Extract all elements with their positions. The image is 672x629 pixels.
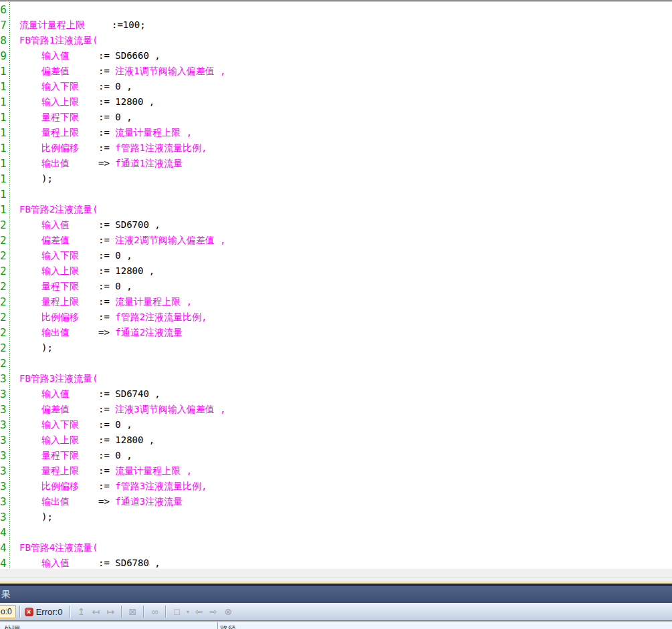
code-line[interactable]: 14量程上限:= 流量计量程上限 , xyxy=(0,125,672,140)
code-line[interactable]: 8FB管路1注液流量( xyxy=(0,33,672,48)
error-count-toggle[interactable]: × Error:0 xyxy=(23,607,67,617)
toolbar-separator xyxy=(19,606,20,618)
code-line[interactable]: 36量程上限:= 流量计量程上限 , xyxy=(0,463,672,479)
plc-ide-window: 67流量计量程上限:=100;8FB管路1注液流量(9输入值:= SD6660 … xyxy=(0,0,672,629)
code-line[interactable]: 22输入下限:= 0 , xyxy=(0,248,672,263)
line-number: 39 xyxy=(0,509,7,525)
next-message-icon[interactable]: ↦ xyxy=(104,605,117,618)
code-text: 流量计量程上限:=100; xyxy=(10,17,146,33)
navigate-back-icon[interactable]: ⇦ xyxy=(192,605,205,618)
line-number: 41 xyxy=(0,540,7,555)
line-number: 24 xyxy=(0,279,7,294)
code-text: 输入值:= SD6740 , xyxy=(10,386,160,402)
code-line[interactable]: 13量程下限:= 0 , xyxy=(0,110,672,125)
code-line[interactable]: 41FB管路4注液流量( xyxy=(0,540,672,555)
code-line[interactable]: 24量程下限:= 0 , xyxy=(0,279,672,294)
code-text: 输入上限:= 12800 , xyxy=(10,263,154,279)
info-count-label: o:0 xyxy=(1,607,12,616)
code-text: FB管路3注液流量( xyxy=(10,371,98,386)
toolbar-icons: ↥↤↦⊠∞□▾⇦⇨⊗ xyxy=(66,605,235,618)
code-text: 量程下限:= 0 , xyxy=(10,448,132,463)
code-line[interactable]: 9输入值:= SD6660 , xyxy=(0,48,672,64)
code-line[interactable]: 19FB管路2注液流量( xyxy=(0,202,672,217)
line-number: 27 xyxy=(0,325,7,340)
code-line[interactable]: 35量程下限:= 0 , xyxy=(0,448,672,463)
editor-scroll-gap xyxy=(0,569,672,581)
stop-icon[interactable]: ⊗ xyxy=(221,605,235,618)
code-line[interactable]: 21偏差值:= 注液2调节阀输入偏差值 , xyxy=(0,233,672,248)
code-text: 输出值=> f通道1注液流量 xyxy=(10,156,183,171)
line-number: 23 xyxy=(0,263,7,279)
line-number: 38 xyxy=(0,494,7,509)
code-line[interactable]: 16输出值=> f通道1注液流量 xyxy=(0,156,672,171)
code-text: 量程下限:= 0 , xyxy=(10,110,132,125)
line-number: 21 xyxy=(0,233,7,248)
line-number: 13 xyxy=(0,110,7,125)
clear-messages-icon[interactable]: ⊠ xyxy=(126,605,139,618)
line-number: 18 xyxy=(0,186,7,202)
results-panel-header[interactable]: 果 xyxy=(0,584,672,603)
line-number: 16 xyxy=(0,156,7,171)
code-line[interactable]: 29 xyxy=(0,356,672,371)
code-text: 输入下限:= 0 , xyxy=(10,79,132,94)
results-grid-row[interactable]: 处理 路径 xyxy=(0,622,672,629)
code-line[interactable]: 40 xyxy=(0,525,672,540)
line-number: 6 xyxy=(0,2,7,17)
code-line[interactable]: 10偏差值:= 注液1调节阀输入偏差值 , xyxy=(0,64,672,79)
code-line[interactable]: 18 xyxy=(0,186,672,202)
code-text: 偏差值:= 注液3调节阀输入偏差值 , xyxy=(10,402,226,417)
code-line[interactable]: 12输入上限:= 12800 , xyxy=(0,94,672,110)
line-number: 28 xyxy=(0,340,7,356)
code-text: 输入值:= SD6700 , xyxy=(10,217,160,233)
toolbar-separator xyxy=(165,606,166,618)
code-line[interactable]: 31输入值:= SD6740 , xyxy=(0,386,672,402)
code-text: 输入下限:= 0 , xyxy=(10,248,132,263)
gutter-divider xyxy=(9,2,10,569)
info-count-toggle[interactable]: o:0 xyxy=(0,605,16,618)
code-line[interactable]: 7流量计量程上限:=100; xyxy=(0,17,672,33)
code-line[interactable]: 37比例偏移:= f管路3注液流量比例, xyxy=(0,479,672,494)
line-number: 31 xyxy=(0,386,7,402)
navigate-forward-icon[interactable]: ⇨ xyxy=(207,605,220,618)
line-number: 42 xyxy=(0,555,7,569)
code-text: 偏差值:= 注液2调节阀输入偏差值 , xyxy=(10,233,226,248)
code-line[interactable]: 42输入值:= SD6780 , xyxy=(0,555,672,569)
code-line[interactable]: 6 xyxy=(0,2,672,17)
code-text: 输入下限:= 0 , xyxy=(10,417,132,432)
code-editor[interactable]: 67流量计量程上限:=100;8FB管路1注液流量(9输入值:= SD6660 … xyxy=(0,2,672,569)
code-line[interactable]: 33输入下限:= 0 , xyxy=(0,417,672,432)
code-line[interactable]: 20输入值:= SD6700 , xyxy=(0,217,672,233)
dropdown-caret-icon[interactable]: ▾ xyxy=(185,605,191,618)
code-text: FB管路2注液流量( xyxy=(10,202,98,217)
code-text: 输出值=> f通道3注液流量 xyxy=(10,494,183,509)
code-line[interactable]: 32偏差值:= 注液3调节阀输入偏差值 , xyxy=(0,402,672,417)
code-line[interactable]: 39); xyxy=(0,509,672,525)
error-icon: × xyxy=(25,608,33,616)
code-line[interactable]: 28); xyxy=(0,340,672,356)
code-line[interactable]: 17); xyxy=(0,171,672,186)
line-number: 7 xyxy=(0,17,7,33)
code-line[interactable]: 15比例偏移:= f管路1注液流量比例, xyxy=(0,140,672,156)
code-line[interactable]: 11输入下限:= 0 , xyxy=(0,79,672,94)
code-text: 比例偏移:= f管路3注液流量比例, xyxy=(10,479,207,494)
find-icon[interactable]: ∞ xyxy=(148,605,161,618)
grid-column-separator xyxy=(217,622,218,629)
code-text: 输入上限:= 12800 , xyxy=(10,94,154,110)
line-number: 9 xyxy=(0,48,7,64)
code-line[interactable]: 23输入上限:= 12800 , xyxy=(0,263,672,279)
code-line[interactable]: 30FB管路3注液流量( xyxy=(0,371,672,386)
toolbar-separator xyxy=(70,606,70,618)
code-line[interactable]: 34输入上限:= 12800 , xyxy=(0,432,672,448)
code-text: 输入值:= SD6660 , xyxy=(10,48,160,64)
code-line[interactable]: 27输出值=> f通道2注液流量 xyxy=(0,325,672,340)
output-window-icon[interactable]: □ xyxy=(170,605,183,618)
goto-first-message-icon[interactable]: ↥ xyxy=(74,605,88,618)
code-line[interactable]: 26比例偏移:= f管路2注液流量比例, xyxy=(0,309,672,325)
toolbar-separator xyxy=(121,606,122,618)
code-text: 输出值=> f通道2注液流量 xyxy=(10,325,183,340)
code-line[interactable]: 25量程上限:= 流量计量程上限 , xyxy=(0,294,672,309)
grid-cell-left: 处理 xyxy=(4,624,20,629)
line-number: 33 xyxy=(0,417,7,432)
previous-message-icon[interactable]: ↤ xyxy=(89,605,102,618)
code-line[interactable]: 38输出值=> f通道3注液流量 xyxy=(0,494,672,509)
